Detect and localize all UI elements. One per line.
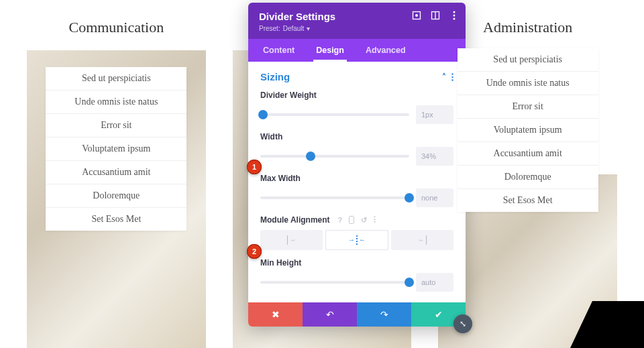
callout-2: 2 <box>247 244 262 259</box>
align-right-option[interactable]: ← <box>391 230 453 250</box>
label-width: Width <box>260 132 453 141</box>
list-item[interactable]: Sed ut perspiciatis <box>46 67 186 91</box>
slider-max-width[interactable] <box>260 196 409 199</box>
help-icon[interactable]: ? <box>338 216 343 225</box>
slider-thumb[interactable] <box>405 278 414 287</box>
undo-button[interactable]: ↶ <box>303 302 357 327</box>
modal-body: Sizing ˄ Divider Weight 1px Width 34% <box>248 62 466 302</box>
slider-divider-weight[interactable] <box>260 113 409 116</box>
chevron-up-icon[interactable]: ˄ <box>442 72 446 82</box>
column-title: Communication <box>68 19 164 36</box>
value-width[interactable]: 34% <box>416 147 453 166</box>
label-alignment-text: Module Alignment <box>260 215 330 225</box>
cancel-button[interactable]: ✖ <box>248 302 303 327</box>
redo-icon: ↷ <box>380 309 388 320</box>
svg-point-12 <box>374 218 376 219</box>
check-icon: ✔ <box>435 309 443 320</box>
value-max-width[interactable]: none <box>416 188 453 207</box>
list-item[interactable]: Voluptatem ipsum <box>458 119 598 142</box>
list-item[interactable]: Doloremque <box>46 184 186 208</box>
redo-button[interactable]: ↷ <box>357 302 411 327</box>
label-alignment: Module Alignment ? ↺ <box>260 215 453 225</box>
svg-point-9 <box>451 79 453 80</box>
align-left-option[interactable]: → <box>260 230 323 250</box>
svg-point-7 <box>451 73 453 74</box>
undo-icon[interactable]: ↺ <box>361 216 367 225</box>
tab-content[interactable]: Content <box>252 39 305 62</box>
preset-value: Default <box>283 25 305 32</box>
slider-thumb[interactable] <box>258 110 268 119</box>
list-item[interactable]: Unde omnis iste natus <box>46 91 186 114</box>
list-item[interactable]: Error sit <box>458 95 598 119</box>
chevron-down-icon: ▾ <box>307 25 310 32</box>
list-item[interactable]: Accusantium amit <box>458 142 598 166</box>
preset-selector[interactable]: Preset: Default ▾ <box>259 25 455 32</box>
svg-point-13 <box>374 221 376 222</box>
modal-tabs: Content Design Advanced <box>248 39 466 62</box>
list-item[interactable]: Set Esos Met <box>46 208 186 231</box>
value-divider-weight[interactable]: 1px <box>416 105 453 124</box>
list-item[interactable]: Voluptatem ipsum <box>46 137 186 161</box>
list-item[interactable]: Accusantium amit <box>46 161 186 184</box>
value-min-height[interactable]: auto <box>416 273 453 292</box>
preset-label: Preset: <box>259 25 280 32</box>
kebab-icon[interactable] <box>449 11 459 20</box>
column-communication: Communication Sed ut perspiciatis Unde o… <box>27 0 206 348</box>
tab-advanced[interactable]: Advanced <box>355 39 417 62</box>
svg-point-11 <box>374 216 376 217</box>
slider-min-height[interactable] <box>260 281 409 284</box>
align-center-option[interactable]: →← <box>325 230 388 250</box>
label-min-height: Min Height <box>260 258 453 268</box>
undo-icon: ↶ <box>326 309 334 320</box>
modal-actions: ✖ ↶ ↷ ✔ <box>248 302 466 327</box>
slider-width[interactable] <box>260 155 409 158</box>
responsive-preview-icon[interactable] <box>412 11 421 20</box>
kebab-icon[interactable] <box>451 73 453 81</box>
svg-point-5 <box>453 15 455 17</box>
column-list: Sed ut perspiciatis Unde omnis iste natu… <box>458 48 598 212</box>
column-title: Administration <box>483 19 572 36</box>
svg-point-4 <box>453 11 455 13</box>
svg-point-8 <box>451 76 453 77</box>
alignment-segmented: → →← ← <box>260 230 453 250</box>
callout-1: 1 <box>247 160 262 174</box>
svg-rect-10 <box>350 216 354 223</box>
kebab-icon[interactable] <box>374 216 376 225</box>
expand-icon[interactable] <box>431 11 440 20</box>
label-divider-weight: Divider Weight <box>260 91 453 100</box>
list-item[interactable]: Set Esos Met <box>458 189 598 212</box>
label-max-width: Max Width <box>260 174 453 183</box>
list-item[interactable]: Doloremque <box>458 166 598 189</box>
divider-settings-modal: Divider Settings Preset: Default ▾ Conte… <box>248 3 466 327</box>
resize-handle[interactable]: ⤡ <box>453 314 472 333</box>
section-header[interactable]: Sizing ˄ <box>260 71 453 82</box>
section-title: Sizing <box>260 71 290 82</box>
svg-point-6 <box>453 18 455 20</box>
svg-point-1 <box>416 15 418 17</box>
slider-thumb[interactable] <box>405 193 414 202</box>
close-icon: ✖ <box>272 309 280 320</box>
tab-design[interactable]: Design <box>305 39 355 62</box>
list-item[interactable]: Error sit <box>46 114 186 137</box>
phone-icon[interactable] <box>349 216 354 225</box>
list-item[interactable]: Unde omnis iste natus <box>458 72 598 95</box>
list-item[interactable]: Sed ut perspiciatis <box>458 48 598 72</box>
column-list: Sed ut perspiciatis Unde omnis iste natu… <box>46 67 186 231</box>
modal-header: Divider Settings Preset: Default ▾ <box>248 3 466 39</box>
slider-thumb[interactable] <box>306 152 315 161</box>
